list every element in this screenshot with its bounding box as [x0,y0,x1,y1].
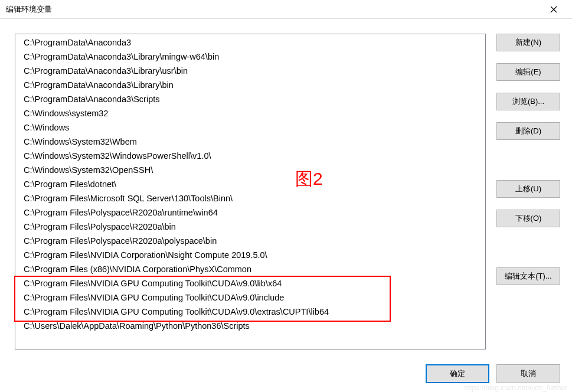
new-button[interactable]: 新建(N) [496,34,560,51]
list-item[interactable]: C:\Program Files\dotnet\ [15,177,485,191]
cancel-button[interactable]: 取消 [496,364,560,383]
list-item[interactable]: C:\Windows\System32\OpenSSH\ [15,163,485,177]
list-item[interactable]: C:\Program Files\Polyspace\R2020a\runtim… [15,205,485,220]
edit-button[interactable]: 编辑(E) [496,63,560,81]
list-item[interactable]: C:\Program Files (x86)\NVIDIA Corporatio… [15,262,485,276]
list-item[interactable]: C:\Program Files\Polyspace\R2020a\bin [15,220,485,234]
close-button[interactable] [540,0,567,19]
list-item[interactable]: C:\Users\Dalek\AppData\Roaming\Python\Py… [15,319,485,333]
list-item[interactable]: C:\ProgramData\Anaconda3 [15,35,485,50]
window-title: 编辑环境变量 [6,4,52,15]
footer-buttons: 确定 取消 [426,364,560,383]
list-item[interactable]: C:\ProgramData\Anaconda3\Library\mingw-w… [15,50,485,64]
browse-button[interactable]: 浏览(B)... [496,93,560,110]
edit-text-button[interactable]: 编辑文本(T)... [496,267,560,285]
list-item[interactable]: C:\ProgramData\Anaconda3\Scripts [15,92,485,106]
list-item[interactable]: C:\Program Files\Polyspace\R2020a\polysp… [15,234,485,248]
move-up-button[interactable]: 上移(U) [496,180,560,198]
list-item[interactable]: C:\Program Files\Microsoft SQL Server\13… [15,191,485,205]
path-listbox[interactable]: C:\ProgramData\Anaconda3C:\ProgramData\A… [15,34,486,349]
list-item[interactable]: C:\Windows [15,120,485,135]
ok-button[interactable]: 确定 [426,364,489,383]
list-item[interactable]: C:\Program Files\NVIDIA GPU Computing To… [15,290,485,305]
list-item[interactable]: C:\Program Files\NVIDIA GPU Computing To… [15,276,485,290]
list-item[interactable]: C:\ProgramData\Anaconda3\Library\bin [15,78,485,92]
button-column: 新建(N) 编辑(E) 浏览(B)... 删除(D) 上移(U) 下移(O) 编… [496,34,560,349]
list-item[interactable]: C:\Windows\system32 [15,106,485,120]
watermark: https://blog.csdn.net/exm_further [464,384,567,392]
list-item[interactable]: C:\ProgramData\Anaconda3\Library\usr\bin [15,64,485,78]
move-down-button[interactable]: 下移(O) [496,210,560,227]
dialog-content: C:\ProgramData\Anaconda3C:\ProgramData\A… [0,19,572,355]
list-item[interactable]: C:\Windows\System32\WindowsPowerShell\v1… [15,149,485,163]
close-icon [550,6,557,13]
list-item[interactable]: C:\Windows\System32\Wbem [15,135,485,149]
delete-button[interactable]: 删除(D) [496,122,560,140]
list-item[interactable]: C:\Program Files\NVIDIA GPU Computing To… [15,305,485,319]
list-item[interactable]: C:\Program Files\NVIDIA Corporation\Nsig… [15,248,485,262]
titlebar: 编辑环境变量 [0,0,572,19]
